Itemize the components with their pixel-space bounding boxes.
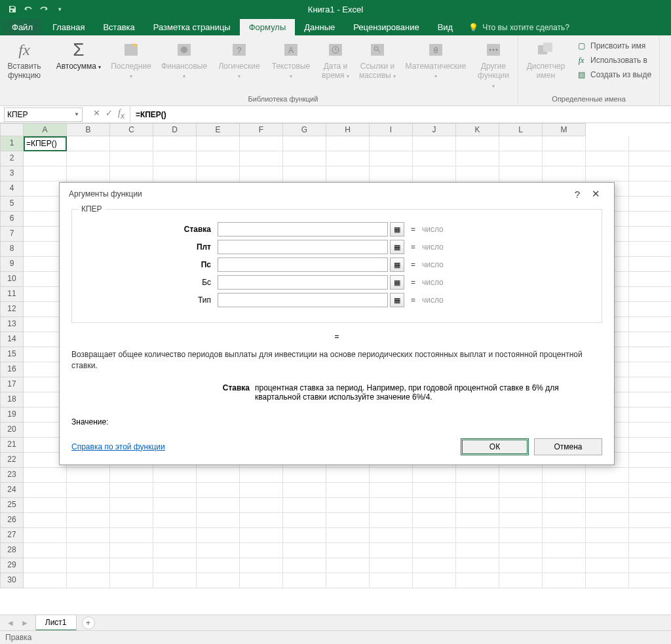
col-header[interactable]: F xyxy=(240,123,283,136)
row-header[interactable]: 29 xyxy=(0,558,24,573)
row-header[interactable]: 2 xyxy=(0,151,24,166)
cell[interactable] xyxy=(629,302,671,317)
cell[interactable] xyxy=(110,498,153,513)
tell-me-search[interactable]: 💡 Что вы хотите сделать? xyxy=(462,20,576,35)
cell[interactable] xyxy=(586,513,629,528)
cell[interactable] xyxy=(543,136,586,151)
cell[interactable] xyxy=(629,136,671,151)
cell[interactable] xyxy=(499,468,543,483)
row-header[interactable]: 27 xyxy=(0,528,24,543)
row-header[interactable]: 8 xyxy=(0,242,24,257)
cell[interactable] xyxy=(499,573,543,588)
cell[interactable] xyxy=(413,513,456,528)
cell[interactable] xyxy=(629,468,671,483)
cell[interactable] xyxy=(240,573,283,588)
cell[interactable] xyxy=(586,136,629,151)
cell[interactable] xyxy=(629,242,671,257)
cell[interactable] xyxy=(413,498,456,513)
cell[interactable] xyxy=(629,407,671,423)
cell[interactable] xyxy=(629,212,671,227)
cell[interactable] xyxy=(283,468,326,483)
cell[interactable] xyxy=(543,151,586,166)
row-header[interactable]: 25 xyxy=(0,498,24,513)
date-button[interactable]: Дата и время ▾ xyxy=(316,37,355,83)
cell[interactable] xyxy=(629,166,671,181)
cell[interactable] xyxy=(24,468,67,483)
row-header[interactable]: 5 xyxy=(0,197,24,212)
arg-input-Бс[interactable] xyxy=(218,275,388,290)
cell[interactable] xyxy=(413,136,456,151)
add-sheet-icon[interactable]: + xyxy=(82,616,95,630)
cell[interactable] xyxy=(24,498,67,513)
cell[interactable] xyxy=(153,498,197,513)
cell[interactable] xyxy=(543,166,586,181)
cell[interactable] xyxy=(413,468,456,483)
row-header[interactable]: 22 xyxy=(0,453,24,468)
cell[interactable] xyxy=(629,257,671,272)
cell[interactable] xyxy=(67,468,110,483)
cell[interactable] xyxy=(197,468,240,483)
col-header[interactable]: A xyxy=(24,123,67,136)
name-manager-button[interactable]: Диспетчер имен xyxy=(521,37,571,83)
cell[interactable] xyxy=(197,573,240,588)
cell[interactable] xyxy=(543,543,586,558)
col-header[interactable]: K xyxy=(456,123,499,136)
row-header[interactable]: 19 xyxy=(0,407,24,423)
cell[interactable] xyxy=(67,528,110,543)
cell[interactable] xyxy=(326,543,370,558)
row-header[interactable]: 15 xyxy=(0,347,24,362)
col-header[interactable]: L xyxy=(499,123,543,136)
qat-customize-icon[interactable]: ▾ xyxy=(52,2,67,16)
cell[interactable] xyxy=(629,513,671,528)
cell[interactable] xyxy=(629,362,671,377)
cell[interactable] xyxy=(240,528,283,543)
cell[interactable] xyxy=(499,151,543,166)
row-header[interactable]: 26 xyxy=(0,513,24,528)
cell[interactable] xyxy=(197,513,240,528)
row-header[interactable]: 10 xyxy=(0,272,24,287)
dialog-close-icon[interactable]: ✕ xyxy=(586,188,605,200)
enter-formula-icon[interactable]: ✓ xyxy=(105,108,113,121)
cell[interactable] xyxy=(153,513,197,528)
cell[interactable] xyxy=(283,543,326,558)
cell[interactable] xyxy=(629,558,671,573)
cell[interactable] xyxy=(326,558,370,573)
cell[interactable] xyxy=(370,136,413,151)
select-all-corner[interactable] xyxy=(0,123,24,136)
tab-data[interactable]: Данные xyxy=(295,19,344,35)
cell[interactable] xyxy=(240,136,283,151)
cell[interactable] xyxy=(240,543,283,558)
cell[interactable] xyxy=(499,543,543,558)
math-button[interactable]: θ Математические ▾ xyxy=(400,37,472,83)
cell[interactable] xyxy=(456,543,499,558)
cell[interactable] xyxy=(67,543,110,558)
cell[interactable] xyxy=(153,136,197,151)
cell[interactable] xyxy=(283,151,326,166)
cell[interactable] xyxy=(586,498,629,513)
tab-view[interactable]: Вид xyxy=(429,19,463,35)
cell[interactable] xyxy=(110,166,153,181)
row-header[interactable]: 24 xyxy=(0,483,24,498)
redo-icon[interactable] xyxy=(37,2,51,16)
cell[interactable] xyxy=(413,573,456,588)
cell[interactable] xyxy=(240,513,283,528)
col-header[interactable]: B xyxy=(67,123,110,136)
cell[interactable] xyxy=(629,438,671,453)
cell[interactable] xyxy=(370,468,413,483)
cell[interactable] xyxy=(67,498,110,513)
cell[interactable] xyxy=(586,558,629,573)
cell[interactable] xyxy=(153,573,197,588)
row-header[interactable]: 30 xyxy=(0,573,24,588)
cell[interactable] xyxy=(629,197,671,212)
cell[interactable] xyxy=(197,483,240,498)
cell[interactable] xyxy=(413,483,456,498)
row-header[interactable]: 14 xyxy=(0,332,24,347)
cell[interactable] xyxy=(370,513,413,528)
range-selector-icon[interactable]: ▦ xyxy=(390,240,404,254)
cell[interactable] xyxy=(24,483,67,498)
cell[interactable] xyxy=(629,392,671,407)
cell[interactable] xyxy=(370,166,413,181)
cell[interactable] xyxy=(67,136,110,151)
cell[interactable] xyxy=(370,573,413,588)
cell[interactable] xyxy=(110,513,153,528)
